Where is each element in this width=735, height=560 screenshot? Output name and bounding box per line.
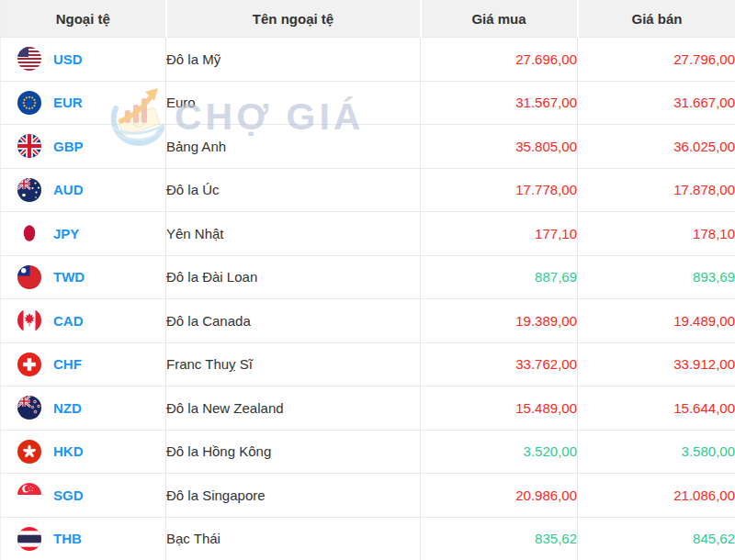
column-header-buy-price: Giá mua [421,0,578,38]
currency-name: Đô la Canada [166,299,421,343]
sell-price: 19.489,00 [578,299,735,343]
currency-code-link[interactable]: HKD [53,443,84,459]
currency-code-link[interactable]: NZD [53,400,82,416]
table-row: NZD Đô la New Zealand 15.489,00 15.644,0… [1,386,735,431]
buy-price: 27.696,00 [421,38,578,82]
column-header-sell-price: Giá bán [578,0,735,38]
table-header: Ngoại tệ Tên ngoại tệ Giá mua Giá bán [1,0,735,38]
currency-name: Đô la Hồng Kông [166,430,421,474]
currency-name: Franc Thuỵ Sĩ [166,342,421,386]
gbp-flag-icon [17,134,41,158]
aud-flag-icon [17,178,41,202]
sell-price: 21.086,00 [578,474,735,518]
buy-price: 35.805,00 [421,125,578,169]
currency-name: Euro [166,81,421,125]
cad-flag-icon [17,308,41,332]
currency-code-link[interactable]: CHF [53,356,82,372]
chf-flag-icon [17,353,41,376]
column-header-currency: Ngoại tệ [1,0,166,38]
currency-code-link[interactable]: SGD [53,487,84,503]
buy-price: 19.389,00 [421,299,578,343]
buy-price: 17.778,00 [421,168,578,212]
table-row: AUD Đô la Úc 17.778,00 17.878,00 [1,168,735,212]
currency-name: Đô la Đài Loan [166,255,421,299]
twd-flag-icon [17,265,41,289]
column-header-currency-name: Tên ngoại tệ [166,0,421,38]
sell-price: 36.025,00 [578,125,735,169]
table-row: USD Đô la Mỹ 27.696,00 27.796,00 [1,38,735,82]
sell-price: 31.667,00 [578,81,735,125]
sell-price: 3.580,00 [578,430,735,474]
sell-price: 845,62 [578,517,735,560]
buy-price: 33.762,00 [421,342,578,386]
currency-name: Bạc Thái [166,517,421,560]
currency-code-link[interactable]: THB [53,531,82,546]
sell-price: 33.912,00 [578,342,735,386]
table-row: JPY Yên Nhật 177,10 178,10 [1,212,735,256]
jpy-flag-icon [17,221,41,245]
table-row: EUR Euro 31.567,00 31.667,00 [1,81,735,125]
table-row: CAD Đô la Canada 19.389,00 19.489,00 [1,299,735,343]
eur-flag-icon [17,91,41,115]
currency-code-link[interactable]: USD [53,51,83,67]
exchange-rate-table: Ngoại tệ Tên ngoại tệ Giá mua Giá bán US… [0,0,735,560]
thb-flag-icon [17,527,41,551]
sell-price: 27.796,00 [578,38,735,82]
currency-name: Yên Nhật [166,212,421,256]
currency-code-link[interactable]: CAD [53,313,84,329]
buy-price: 31.567,00 [421,81,578,125]
currency-name: Đô la Singapore [166,474,421,518]
sgd-flag-icon [17,483,41,507]
currency-code-link[interactable]: GBP [53,139,84,154]
buy-price: 835,62 [421,517,578,560]
currency-name: Bảng Anh [166,125,421,169]
buy-price: 177,10 [421,212,578,256]
currency-name: Đô la Mỹ [166,38,421,82]
buy-price: 887,69 [421,255,578,299]
table-row: TWD Đô la Đài Loan 887,69 893,69 [1,255,735,299]
exchange-rate-page: Ngoại tệ Tên ngoại tệ Giá mua Giá bán US… [0,0,735,560]
currency-name: Đô la New Zealand [166,386,421,431]
buy-price: 3.520,00 [421,430,578,474]
sell-price: 17.878,00 [578,168,735,212]
currency-code-link[interactable]: AUD [53,182,84,197]
table-row: THB Bạc Thái 835,62 845,62 [1,517,735,560]
table-row: GBP Bảng Anh 35.805,00 36.025,00 [1,125,735,169]
table-row: SGD Đô la Singapore 20.986,00 21.086,00 [1,474,735,518]
currency-code-link[interactable]: TWD [53,269,85,285]
currency-code-link[interactable]: JPY [53,226,79,241]
sell-price: 15.644,00 [578,386,735,431]
table-row: CHF Franc Thuỵ Sĩ 33.762,00 33.912,00 [1,342,735,386]
buy-price: 20.986,00 [421,474,578,518]
nzd-flag-icon [17,396,41,420]
sell-price: 178,10 [578,212,735,256]
hkd-flag-icon [17,440,41,464]
buy-price: 15.489,00 [421,386,578,431]
currency-name: Đô la Úc [166,168,421,212]
usd-flag-icon [17,47,41,71]
currency-code-link[interactable]: EUR [53,95,83,110]
table-row: HKD Đô la Hồng Kông 3.520,00 3.580,00 [1,430,735,474]
sell-price: 893,69 [578,255,735,299]
